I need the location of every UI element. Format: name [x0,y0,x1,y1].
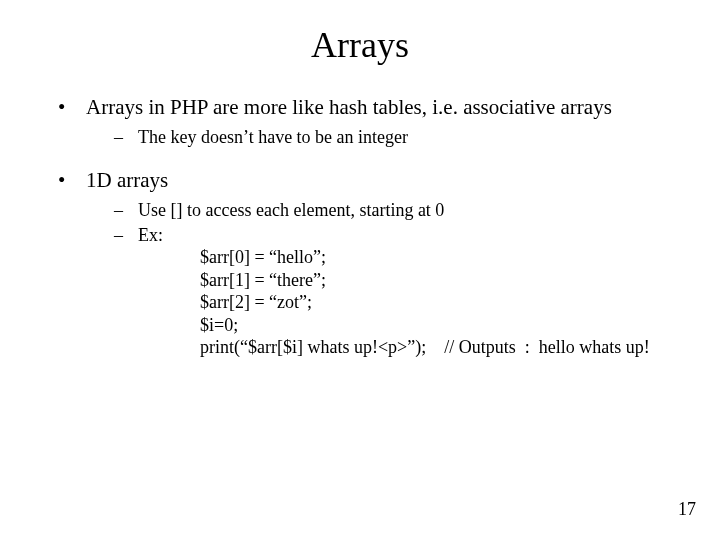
sub-bullet-text: Use [] to access each element, starting … [138,200,444,220]
sub-bullet-item: Ex: $arr[0] = “hello”; $arr[1] = “there”… [114,224,680,359]
slide-body: Arrays in PHP are more like hash tables,… [0,94,720,359]
code-line: print(“$arr[$i] whats up!<p>”); // Outpu… [200,336,680,359]
bullet-text: Arrays in PHP are more like hash tables,… [86,95,612,119]
code-line: $arr[0] = “hello”; [200,246,680,269]
bullet-text: 1D arrays [86,168,168,192]
bullet-item: Arrays in PHP are more like hash tables,… [58,94,680,149]
sub-bullet-text: The key doesn’t have to be an integer [138,127,408,147]
bullet-item: 1D arrays Use [] to access each element,… [58,167,680,359]
code-line: $arr[2] = “zot”; [200,291,680,314]
code-block: $arr[0] = “hello”; $arr[1] = “there”; $a… [200,246,680,359]
slide: Arrays Arrays in PHP are more like hash … [0,0,720,540]
bullet-list: Arrays in PHP are more like hash tables,… [58,94,680,359]
sub-bullet-item: The key doesn’t have to be an integer [114,126,680,149]
sub-bullet-text: Ex: [138,225,163,245]
sub-bullet-item: Use [] to access each element, starting … [114,199,680,222]
sub-bullet-list: The key doesn’t have to be an integer [86,126,680,149]
sub-bullet-list: Use [] to access each element, starting … [86,199,680,359]
slide-title: Arrays [0,0,720,94]
code-line: $arr[1] = “there”; [200,269,680,292]
code-line: $i=0; [200,314,680,337]
page-number: 17 [678,499,696,520]
